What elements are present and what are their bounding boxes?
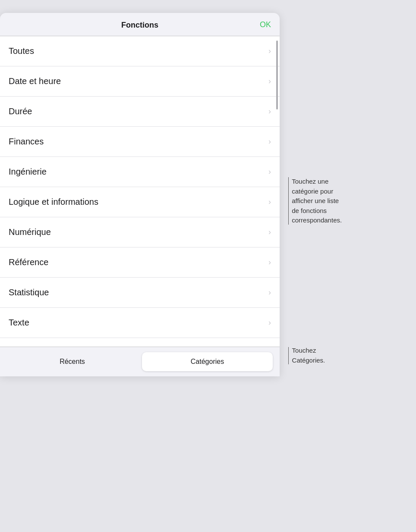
chevron-icon-statistique: › — [268, 288, 271, 297]
callout-bottom-text: Touchez Catégories. — [292, 346, 325, 365]
category-label-statistique: Statistique — [9, 288, 49, 297]
callout-bottom-line — [288, 347, 289, 364]
category-label-ingenierie: Ingénierie — [9, 167, 47, 177]
category-item-date-heure[interactable]: Date et heure › — [0, 66, 280, 97]
category-label-duree: Durée — [9, 106, 32, 116]
panel-title: Fonctions — [121, 21, 158, 30]
category-label-texte: Texte — [9, 318, 29, 328]
tab-categories[interactable]: Catégories — [142, 352, 273, 371]
category-label-toutes: Toutes — [9, 46, 34, 56]
category-item-duree[interactable]: Durée › — [0, 97, 280, 127]
chevron-icon-logique: › — [268, 197, 271, 207]
callout-bottom: Touchez Catégories. — [288, 346, 325, 365]
category-label-reference: Référence — [9, 257, 48, 267]
category-item-finances[interactable]: Finances › — [0, 127, 280, 157]
chevron-icon-finances: › — [268, 137, 271, 146]
callout-category-text: Touchez une catégorie pour afficher une … — [292, 177, 342, 225]
category-item-ingenierie[interactable]: Ingénierie › — [0, 157, 280, 187]
chevron-icon-toutes: › — [268, 47, 271, 56]
category-label-numerique: Numérique — [9, 227, 51, 237]
chevron-icon-ingenierie: › — [268, 167, 271, 176]
chevron-icon-reference: › — [268, 258, 271, 267]
category-item-texte[interactable]: Texte › — [0, 308, 280, 338]
callout-category: Touchez une catégorie pour afficher une … — [288, 177, 342, 225]
category-label-finances: Finances — [9, 137, 44, 147]
tab-recents[interactable]: Récents — [7, 352, 138, 371]
chevron-icon-numerique: › — [268, 228, 271, 237]
category-label-logique: Logique et informations — [9, 197, 98, 207]
category-label-date-heure: Date et heure — [9, 76, 61, 86]
category-item-reference[interactable]: Référence › — [0, 247, 280, 278]
ok-button[interactable]: OK — [260, 20, 271, 29]
chevron-icon-texte: › — [268, 318, 271, 327]
category-item-numerique[interactable]: Numérique › — [0, 217, 280, 247]
category-item-statistique[interactable]: Statistique › — [0, 278, 280, 308]
chevron-icon-date-heure: › — [268, 77, 271, 86]
chevron-icon-duree: › — [268, 107, 271, 116]
category-list-scroll[interactable]: Toutes › Date et heure › Durée › Finance… — [0, 36, 280, 347]
panel-header: Fonctions OK — [0, 13, 280, 36]
scrollbar-indicator — [276, 41, 278, 110]
category-list-container: Toutes › Date et heure › Durée › Finance… — [0, 36, 280, 347]
category-item-trigonometrique[interactable]: Trigonométrique › — [0, 338, 280, 347]
bottom-tabs: Récents Catégories — [0, 347, 280, 376]
category-item-toutes[interactable]: Toutes › — [0, 36, 280, 66]
category-item-logique[interactable]: Logique et informations › — [0, 187, 280, 217]
